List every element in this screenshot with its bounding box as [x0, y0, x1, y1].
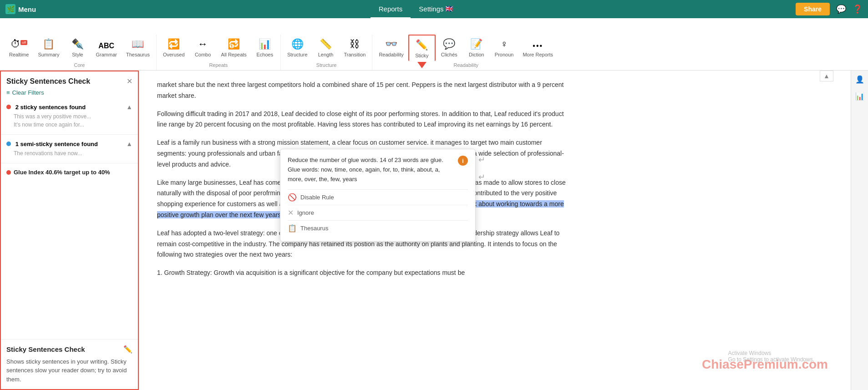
disable-rule-icon: 🚫 [288, 193, 297, 202]
disable-rule-label: Disable Rule [300, 194, 334, 201]
tooltip-next-icon-1: ↵ [478, 155, 485, 165]
toolbar-style[interactable]: ✒️ Style [64, 35, 91, 61]
section-divider-1 [1, 134, 138, 135]
toolbar-items-structure: 🌐 Structure 📏 Length ⛓ Transition [283, 35, 371, 61]
ignore-label: Ignore [297, 209, 314, 216]
right-chart-icon[interactable]: 📊 [855, 92, 864, 101]
grammar-label: Grammar [96, 52, 117, 57]
tooltip-ignore[interactable]: ✕ Ignore [288, 205, 468, 220]
grammar-icon: ABC [98, 42, 114, 50]
toolbar-readability[interactable]: 👓 Readability [374, 35, 408, 61]
tab-reports[interactable]: Reports [371, 0, 411, 18]
tab-settings[interactable]: Settings 🇬🇧 [411, 0, 461, 18]
panel-desc-body: Shows sticky sentences in your writing. … [6, 357, 132, 384]
content-para-2: Following difficult trading in 2017 and … [157, 109, 567, 131]
glue-label: Glue Index 40.6% target up to 40% [14, 169, 110, 176]
overused-icon: 🔁 [168, 38, 180, 50]
panel-header: Sticky Sentences Check ✕ [1, 71, 138, 87]
thesaurus-icon: 📖 [132, 38, 144, 50]
activate-windows-line2: Go to Settings to activate Windows. [728, 356, 814, 363]
summary-label: Summary [38, 52, 59, 57]
sticky-expand[interactable]: ▲ [126, 103, 132, 111]
toolbar-group-repeats: 🔁 Overused ↔️ Combo 🔂 All Repeats 📊 Echo… [158, 35, 281, 70]
toolbar-summary[interactable]: 📋 Summary [33, 35, 64, 61]
semi-sticky-dot [6, 142, 11, 146]
toolbar-structure[interactable]: 🌐 Structure [283, 35, 312, 61]
all-repeats-icon: 🔂 [228, 38, 240, 50]
glue-section: Glue Index 40.6% target up to 40% [1, 165, 138, 179]
clear-filters-btn[interactable]: ≡ Clear Filters [1, 87, 138, 100]
more-reports-label: More Reports [523, 52, 553, 57]
toolbar-echoes[interactable]: 📊 Echoes [251, 35, 279, 61]
sticky-arrow [417, 62, 426, 68]
echoes-label: Echoes [257, 52, 274, 57]
tooltip-header: Reduce the number of glue words. 14 of 2… [288, 156, 468, 184]
semi-sticky-expand[interactable]: ▲ [126, 140, 132, 147]
toolbar-diction[interactable]: 📝 Diction [463, 35, 490, 61]
menu-label: Menu [18, 5, 36, 13]
tooltip-thesaurus[interactable]: 📋 Thesaurus [288, 220, 468, 236]
toolbar-transition[interactable]: ⛓ Transition [340, 35, 371, 61]
toolbar-realtime[interactable]: ⏱off Realtime [5, 35, 33, 61]
chat-icon[interactable]: 💬 [836, 4, 846, 14]
readability-label: Readability [379, 52, 403, 57]
overused-label: Overused [163, 52, 185, 57]
style-icon: ✒️ [71, 38, 84, 50]
help-icon[interactable]: ❓ [853, 4, 863, 14]
style-label: Style [72, 52, 83, 57]
toolbar-items-core: ⏱off Realtime 📋 Summary ✒️ Style ABC Gra… [5, 35, 154, 61]
toolbar-cliches[interactable]: 💬 Clichés [436, 35, 463, 61]
combo-icon: ↔️ [198, 38, 208, 50]
length-label: Length [318, 52, 334, 57]
all-repeats-label: All Repeats [221, 52, 247, 57]
right-user-icon[interactable]: 👤 [855, 75, 864, 84]
semi-sticky-section-header: 1 semi-sticky sentence found ▲ [6, 140, 132, 147]
toolbar-pronoun[interactable]: ♀ Pronoun [490, 35, 518, 61]
diction-label: Diction [469, 52, 484, 57]
sticky-count: 2 sticky sentences found [6, 104, 86, 111]
activate-windows: Activate Windows Go to Settings to activ… [728, 350, 814, 363]
menu-icon: 🌿 [5, 4, 15, 14]
toolbar-overused[interactable]: 🔁 Overused [158, 35, 189, 61]
semi-sticky-preview-1: The renovations have now... [6, 149, 132, 157]
sticky-dot [6, 105, 11, 109]
settings-flag: 🇬🇧 [445, 5, 453, 12]
panel-desc-header: Sticky Sentences Check ✏️ [6, 345, 132, 354]
toolbar-items-repeats: 🔁 Overused ↔️ Combo 🔂 All Repeats 📊 Echo… [158, 35, 279, 61]
content-area[interactable]: market share but the next three largest … [139, 71, 851, 390]
length-icon: 📏 [320, 38, 332, 50]
toolbar-all-repeats[interactable]: 🔂 All Repeats [217, 35, 251, 61]
top-bar: 🌿 Menu Reports Settings 🇬🇧 Share 💬 ❓ [0, 0, 868, 18]
scroll-top-button[interactable]: ▲ [820, 71, 833, 81]
menu-button[interactable]: 🌿 Menu [5, 4, 36, 14]
toolbar-group-structure: 🌐 Structure 📏 Length ⛓ Transition Struct… [283, 35, 373, 70]
semi-sticky-section: 1 semi-sticky sentence found ▲ The renov… [1, 137, 138, 161]
section-divider-2 [1, 163, 138, 163]
panel-desc-title: Sticky Sentences Check [6, 345, 85, 353]
transition-label: Transition [344, 52, 366, 57]
main-area: Sticky Sentences Check ✕ ≡ Clear Filters… [0, 71, 868, 390]
close-button[interactable]: ✕ [127, 77, 132, 86]
thesaurus-label: Thesaurus [126, 52, 150, 57]
panel-desc-edit-icon[interactable]: ✏️ [123, 345, 132, 354]
sticky-count-label: 2 sticky sentences found [15, 104, 86, 111]
toolbar-sticky[interactable]: ✏️ Sticky [408, 35, 436, 61]
summary-icon: 📋 [42, 38, 55, 50]
realtime-label: Realtime [9, 52, 29, 57]
toolbar-combo[interactable]: ↔️ Combo [189, 35, 217, 61]
toolbar-grammar[interactable]: ABC Grammar [91, 38, 121, 61]
content-para-6: 1. Growth Strategy: Growth via acquisiti… [157, 268, 567, 279]
toolbar-thesaurus[interactable]: 📖 Thesaurus [122, 35, 154, 61]
thesaurus-action-label: Thesaurus [300, 225, 328, 232]
left-panel: Sticky Sentences Check ✕ ≡ Clear Filters… [0, 71, 139, 390]
ignore-icon: ✕ [288, 208, 294, 217]
share-button[interactable]: Share [796, 3, 830, 15]
toolbar-length[interactable]: 📏 Length [312, 35, 340, 61]
activate-windows-line1: Activate Windows [728, 350, 814, 356]
content-para-1: market share but the next three largest … [157, 80, 567, 101]
structure-group-label: Structure [283, 61, 371, 70]
tooltip-disable-rule[interactable]: 🚫 Disable Rule [288, 189, 468, 205]
toolbar-more-reports[interactable]: ••• More Reports [518, 38, 558, 61]
cliches-label: Clichés [441, 52, 457, 57]
realtime-icon: ⏱off [10, 38, 27, 50]
